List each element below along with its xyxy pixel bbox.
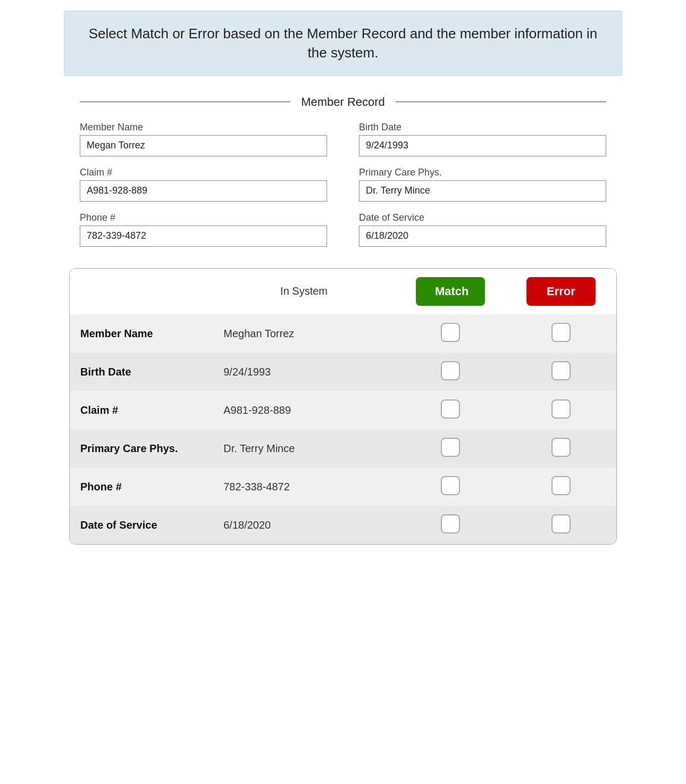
row-match-birth-date xyxy=(395,353,506,391)
row-system-member-name: Meghan Torrez xyxy=(213,314,395,353)
row-error-birth-date xyxy=(506,353,616,391)
row-error-claim xyxy=(506,391,616,429)
field-date-of-service: Date of Service 6/18/2020 xyxy=(359,212,606,247)
in-system-label: In System xyxy=(280,285,328,297)
field-primary-care: Primary Care Phys. Dr. Terry Mince xyxy=(359,167,606,202)
comparison-table: In System Match Error Member Name xyxy=(70,269,616,544)
right-divider xyxy=(396,102,606,102)
row-match-member-name xyxy=(395,314,506,353)
label-claim-number: Claim # xyxy=(80,167,327,178)
value-member-name: Megan Torrez xyxy=(80,135,327,156)
row-match-claim xyxy=(395,391,506,429)
row-system-date-service: 6/18/2020 xyxy=(213,506,395,544)
col-header-error: Error xyxy=(506,269,616,314)
field-member-name: Member Name Megan Torrez xyxy=(80,122,327,156)
field-phone-number: Phone # 782-339-4872 xyxy=(80,212,327,247)
match-checkbox-primary-care[interactable] xyxy=(441,438,460,457)
row-label-member-name: Member Name xyxy=(70,314,213,353)
row-label-primary-care: Primary Care Phys. xyxy=(70,429,213,468)
row-label-date-service: Date of Service xyxy=(70,506,213,544)
match-checkbox-birth-date[interactable] xyxy=(441,361,460,380)
section-title: Member Record xyxy=(290,95,396,109)
value-date-of-service: 6/18/2020 xyxy=(359,226,606,247)
instruction-text: Select Match or Error based on the Membe… xyxy=(86,24,600,63)
label-primary-care: Primary Care Phys. xyxy=(359,167,606,178)
error-button[interactable]: Error xyxy=(526,277,596,306)
match-checkbox-claim[interactable] xyxy=(441,399,460,419)
field-birth-date: Birth Date 9/24/1993 xyxy=(359,122,606,156)
row-system-birth-date: 9/24/1993 xyxy=(213,353,395,391)
error-checkbox-phone[interactable] xyxy=(551,476,571,495)
label-phone-number: Phone # xyxy=(80,212,327,223)
col-header-system: In System xyxy=(213,269,395,314)
row-label-phone: Phone # xyxy=(70,468,213,506)
error-checkbox-claim[interactable] xyxy=(551,399,571,419)
comparison-table-container: In System Match Error Member Name xyxy=(69,268,617,545)
table-row: Date of Service 6/18/2020 xyxy=(70,506,616,544)
member-record-section: Member Record Member Name Megan Torrez B… xyxy=(64,95,622,247)
col-header-field xyxy=(70,269,213,314)
match-checkbox-date-service[interactable] xyxy=(441,514,460,533)
row-label-claim: Claim # xyxy=(70,391,213,429)
label-member-name: Member Name xyxy=(80,122,327,133)
row-system-primary-care: Dr. Terry Mince xyxy=(213,429,395,468)
row-system-claim: A981-928-889 xyxy=(213,391,395,429)
value-birth-date: 9/24/1993 xyxy=(359,135,606,156)
row-error-member-name xyxy=(506,314,616,353)
row-match-date-service xyxy=(395,506,506,544)
table-row: Phone # 782-338-4872 xyxy=(70,468,616,506)
match-checkbox-phone[interactable] xyxy=(441,476,460,495)
page-container: Select Match or Error based on the Membe… xyxy=(64,11,622,545)
error-checkbox-birth-date[interactable] xyxy=(551,361,571,380)
row-label-birth-date: Birth Date xyxy=(70,353,213,391)
table-row: Claim # A981-928-889 xyxy=(70,391,616,429)
label-date-of-service: Date of Service xyxy=(359,212,606,223)
table-row: Member Name Meghan Torrez xyxy=(70,314,616,353)
col-header-match: Match xyxy=(395,269,506,314)
field-claim-number: Claim # A981-928-889 xyxy=(80,167,327,202)
row-error-primary-care xyxy=(506,429,616,468)
error-checkbox-date-service[interactable] xyxy=(551,514,571,533)
row-system-phone: 782-338-4872 xyxy=(213,468,395,506)
match-button[interactable]: Match xyxy=(416,277,485,306)
left-divider xyxy=(80,102,290,102)
row-match-primary-care xyxy=(395,429,506,468)
error-checkbox-member-name[interactable] xyxy=(551,323,571,342)
error-checkbox-primary-care[interactable] xyxy=(551,438,571,457)
value-phone-number: 782-339-4872 xyxy=(80,226,327,247)
value-primary-care: Dr. Terry Mince xyxy=(359,180,606,202)
value-claim-number: A981-928-889 xyxy=(80,180,327,202)
match-checkbox-member-name[interactable] xyxy=(441,323,460,342)
section-title-row: Member Record xyxy=(80,95,606,109)
form-grid: Member Name Megan Torrez Birth Date 9/24… xyxy=(80,122,606,247)
table-header-row: In System Match Error xyxy=(70,269,616,314)
label-birth-date: Birth Date xyxy=(359,122,606,133)
table-row: Birth Date 9/24/1993 xyxy=(70,353,616,391)
table-row: Primary Care Phys. Dr. Terry Mince xyxy=(70,429,616,468)
row-match-phone xyxy=(395,468,506,506)
row-error-phone xyxy=(506,468,616,506)
instruction-banner: Select Match or Error based on the Membe… xyxy=(64,11,622,76)
row-error-date-service xyxy=(506,506,616,544)
